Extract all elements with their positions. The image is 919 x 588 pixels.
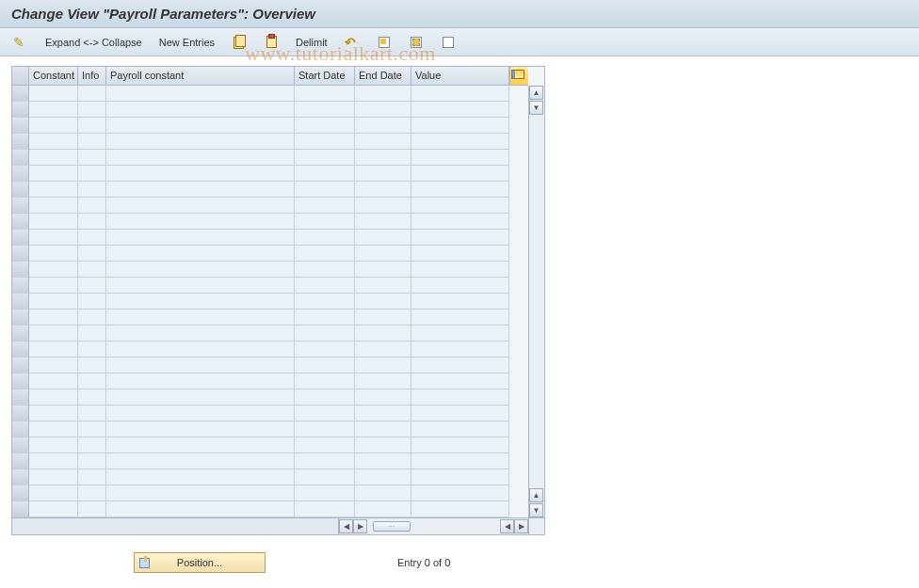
row-selector[interactable] [12,118,29,134]
cell-end-date[interactable] [355,278,411,294]
undo-button[interactable] [341,33,363,52]
row-selector[interactable] [12,198,29,214]
cell-info[interactable] [78,294,106,310]
cell-constant[interactable] [29,437,78,453]
cell-info[interactable] [78,246,106,262]
cell-value[interactable] [411,421,509,437]
cell-start-date[interactable] [295,182,355,198]
cell-end-date[interactable] [355,501,411,517]
row-selector[interactable] [12,278,29,294]
cell-info[interactable] [78,421,106,437]
cell-value[interactable] [411,198,509,214]
table-row[interactable] [12,182,528,198]
cell-start-date[interactable] [295,118,355,134]
scroll-down-step-button[interactable]: ▼ [529,101,543,115]
cell-constant[interactable] [29,102,78,118]
table-row[interactable] [12,421,528,437]
cell-value[interactable] [411,310,509,326]
cell-info[interactable] [78,469,106,485]
table-row[interactable] [12,358,528,373]
table-row[interactable] [12,198,528,214]
table-row[interactable] [12,342,528,358]
cell-info[interactable] [78,405,106,421]
cell-payroll-constant[interactable] [106,230,295,246]
cell-end-date[interactable] [355,214,411,230]
cell-constant[interactable] [29,342,78,358]
column-header-constant[interactable]: Constant [29,67,78,86]
select-all-button[interactable] [373,33,395,52]
cell-value[interactable] [411,453,509,469]
cell-info[interactable] [78,262,106,278]
cell-constant[interactable] [29,310,78,326]
table-row[interactable] [12,294,528,310]
cell-value[interactable] [411,166,509,182]
table-row[interactable] [12,453,528,469]
cell-payroll-constant[interactable] [106,389,295,405]
cell-value[interactable] [411,294,509,310]
cell-end-date[interactable] [355,134,411,150]
deselect-all-button[interactable] [437,33,460,52]
delimit-button[interactable]: Delimit [292,35,331,50]
cell-start-date[interactable] [295,198,355,214]
table-row[interactable] [12,134,528,150]
column-header-payroll-constant[interactable]: Payroll constant [106,67,295,86]
column-header-start-date[interactable]: Start Date [295,67,355,86]
cell-start-date[interactable] [295,150,355,166]
cell-payroll-constant[interactable] [106,342,295,358]
cell-constant[interactable] [29,421,78,437]
cell-end-date[interactable] [355,150,411,166]
position-button[interactable]: Position... [134,552,266,573]
delete-button[interactable] [260,33,282,52]
cell-end-date[interactable] [355,437,411,453]
table-row[interactable] [12,102,528,118]
row-selector[interactable] [12,373,29,389]
cell-constant[interactable] [29,373,78,389]
cell-info[interactable] [78,501,106,517]
cell-info[interactable] [78,389,106,405]
cell-start-date[interactable] [295,421,355,437]
cell-info[interactable] [78,453,106,469]
cell-start-date[interactable] [295,342,355,358]
cell-payroll-constant[interactable] [106,278,295,294]
cell-info[interactable] [78,230,106,246]
table-row[interactable] [12,485,528,501]
cell-start-date[interactable] [295,469,355,485]
cell-constant[interactable] [29,150,78,166]
column-header-end-date[interactable]: End Date [355,67,411,86]
cell-end-date[interactable] [355,246,411,262]
cell-start-date[interactable] [295,102,355,118]
cell-start-date[interactable] [295,86,355,102]
cell-constant[interactable] [29,166,78,182]
cell-end-date[interactable] [355,294,411,310]
cell-value[interactable] [411,246,509,262]
cell-constant[interactable] [29,469,78,485]
select-all-rows-header[interactable] [12,67,29,86]
cell-start-date[interactable] [295,278,355,294]
cell-value[interactable] [411,278,509,294]
table-row[interactable] [12,86,528,102]
cell-value[interactable] [411,150,509,166]
table-row[interactable] [12,246,528,262]
cell-payroll-constant[interactable] [106,150,295,166]
cell-info[interactable] [78,310,106,326]
cell-info[interactable] [78,198,106,214]
row-selector[interactable] [12,405,29,421]
cell-start-date[interactable] [295,373,355,389]
cell-start-date[interactable] [295,485,355,501]
row-selector[interactable] [12,310,29,326]
hscroll-track[interactable]: ⋯ [367,519,500,533]
cell-value[interactable] [411,230,509,246]
column-header-value[interactable]: Value [411,67,509,86]
hscroll-left-step-button[interactable]: ▶ [353,519,367,533]
cell-payroll-constant[interactable] [106,501,295,517]
row-selector[interactable] [12,102,29,118]
table-row[interactable] [12,389,528,405]
display-change-toggle[interactable] [9,33,32,52]
cell-info[interactable] [78,166,106,182]
cell-info[interactable] [78,134,106,150]
cell-payroll-constant[interactable] [106,118,295,134]
cell-start-date[interactable] [295,262,355,278]
cell-payroll-constant[interactable] [106,437,295,453]
cell-constant[interactable] [29,278,78,294]
cell-constant[interactable] [29,358,78,373]
